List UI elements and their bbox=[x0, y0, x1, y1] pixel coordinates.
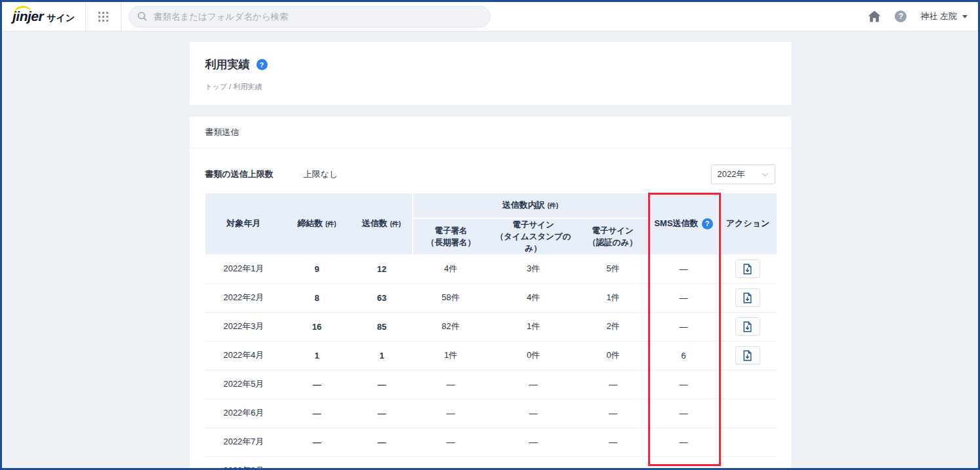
col-header-month: 対象年月 bbox=[205, 193, 283, 254]
year-select[interactable]: 2022年 bbox=[711, 165, 775, 184]
cell-concluded: — bbox=[283, 370, 352, 399]
download-button[interactable] bbox=[735, 288, 760, 307]
cell-month: 2022年6月 bbox=[205, 399, 283, 427]
main-content: 利用実績 ? トップ / 利用実績 書類送信 書類の送信上限数 上限なし 202… bbox=[2, 31, 978, 470]
cell-month: 2022年3月 bbox=[205, 312, 283, 341]
cell-sent: — bbox=[352, 370, 413, 399]
cell-sent: 12 bbox=[352, 254, 413, 283]
chevron-down-icon bbox=[962, 15, 968, 18]
table-row: 2022年5月 — — — — — — bbox=[205, 370, 777, 399]
logo-brand-text: jinjer bbox=[12, 9, 43, 24]
cell-esign-timestamp: 3件 bbox=[489, 254, 578, 283]
table-row: 2022年7月 — — — — — — bbox=[205, 427, 777, 456]
cell-action bbox=[719, 427, 777, 456]
cell-concluded: 8 bbox=[283, 283, 352, 312]
table-row: 2022年6月 — — — — — — bbox=[205, 399, 777, 427]
cell-sms: 6 bbox=[649, 341, 719, 370]
send-limit-row: 書類の送信上限数 上限なし 2022年 bbox=[205, 165, 775, 184]
topbar-divider bbox=[121, 2, 121, 31]
table-row: 2022年8月 — — — — — — bbox=[205, 456, 777, 470]
cell-esign-timestamp: 4件 bbox=[489, 283, 578, 312]
topbar-right: ? 神社 左院 bbox=[868, 10, 978, 22]
cell-esign-auth: 0件 bbox=[578, 341, 649, 370]
cell-esign-auth: 1件 bbox=[578, 283, 649, 312]
send-limit-value: 上限なし bbox=[304, 168, 338, 180]
cell-action bbox=[719, 312, 777, 341]
cell-concluded: — bbox=[283, 456, 352, 470]
col-header-esign-auth: 電子サイン（認証のみ） bbox=[578, 218, 649, 254]
download-button[interactable] bbox=[735, 346, 760, 364]
file-download-icon bbox=[742, 292, 753, 304]
help-icon[interactable]: ? bbox=[895, 10, 907, 22]
section-title: 書類送信 bbox=[190, 117, 791, 149]
table-row: 2022年2月 8 63 58件 4件 1件 — bbox=[205, 283, 777, 312]
grid-icon bbox=[98, 12, 108, 22]
cell-esign-long: — bbox=[413, 456, 489, 470]
search-icon bbox=[137, 11, 148, 22]
cell-concluded: — bbox=[283, 399, 352, 427]
cell-action bbox=[719, 341, 777, 370]
cell-sent: 1 bbox=[352, 341, 413, 370]
cell-concluded: 1 bbox=[283, 341, 352, 370]
cell-sms: — bbox=[649, 427, 719, 456]
cell-sent: 63 bbox=[352, 283, 413, 312]
cell-sms: — bbox=[649, 312, 719, 341]
cell-month: 2022年2月 bbox=[205, 283, 283, 312]
file-download-icon bbox=[742, 264, 753, 275]
cell-sent: — bbox=[352, 456, 413, 470]
cell-month: 2022年1月 bbox=[205, 254, 283, 283]
cell-esign-auth: — bbox=[578, 456, 649, 470]
search-bar[interactable] bbox=[129, 6, 491, 28]
app-launcher-button[interactable] bbox=[86, 2, 121, 31]
page-title: 利用実績 bbox=[205, 57, 250, 72]
cell-esign-long: 4件 bbox=[413, 254, 489, 283]
col-header-esign-timestamp: 電子サイン（タイムスタンプのみ） bbox=[489, 218, 578, 254]
cell-sms: — bbox=[649, 456, 719, 470]
page-header-card: 利用実績 ? トップ / 利用実績 bbox=[190, 42, 791, 105]
cell-esign-auth: — bbox=[578, 370, 649, 399]
table-row: 2022年1月 9 12 4件 3件 5件 — bbox=[205, 254, 777, 283]
cell-sms: — bbox=[649, 399, 719, 427]
cell-sms: — bbox=[649, 283, 719, 312]
file-download-icon bbox=[742, 321, 753, 332]
usage-table-wrap: 対象年月 締結数 (件) 送信数 (件) 送信数内訳 (件) bbox=[205, 193, 775, 470]
cell-esign-long: — bbox=[413, 399, 489, 427]
col-header-action: アクション bbox=[719, 193, 777, 254]
sms-help-icon[interactable]: ? bbox=[702, 218, 713, 229]
download-button[interactable] bbox=[735, 317, 760, 336]
cell-month: 2022年8月 bbox=[205, 456, 283, 470]
cell-esign-long: — bbox=[413, 370, 489, 399]
cell-concluded: 9 bbox=[283, 254, 352, 283]
cell-esign-timestamp: — bbox=[489, 456, 578, 470]
cell-sms: — bbox=[649, 254, 719, 283]
cell-month: 2022年7月 bbox=[205, 427, 283, 456]
cell-month: 2022年5月 bbox=[205, 370, 283, 399]
cell-sms: — bbox=[649, 370, 719, 399]
search-input[interactable] bbox=[153, 12, 482, 22]
col-header-concluded: 締結数 (件) bbox=[283, 193, 352, 254]
download-button[interactable] bbox=[735, 260, 760, 278]
cell-concluded: — bbox=[283, 427, 352, 456]
cell-action bbox=[719, 456, 777, 470]
breadcrumb[interactable]: トップ / 利用実績 bbox=[205, 82, 775, 92]
year-select-value: 2022年 bbox=[718, 168, 745, 180]
topbar: jinjer サイン bbox=[2, 2, 978, 31]
home-icon[interactable] bbox=[868, 10, 881, 22]
cell-concluded: 16 bbox=[283, 312, 352, 341]
table-body: 2022年1月 9 12 4件 3件 5件 — 2022年2月 8 63 58件… bbox=[205, 254, 777, 470]
cell-esign-timestamp: — bbox=[489, 427, 578, 456]
cell-esign-timestamp: 0件 bbox=[489, 341, 578, 370]
cell-action bbox=[719, 254, 777, 283]
cell-action bbox=[719, 370, 777, 399]
app-logo[interactable]: jinjer サイン bbox=[2, 9, 85, 24]
usage-table: 対象年月 締結数 (件) 送信数 (件) 送信数内訳 (件) bbox=[205, 193, 777, 470]
page-title-help-icon[interactable]: ? bbox=[256, 59, 268, 70]
cell-esign-long: 58件 bbox=[413, 283, 489, 312]
cell-sent: 85 bbox=[352, 312, 413, 341]
col-header-sent: 送信数 (件) bbox=[352, 193, 413, 254]
user-menu[interactable]: 神社 左院 bbox=[920, 10, 968, 22]
cell-esign-auth: — bbox=[578, 399, 649, 427]
chevron-down-icon bbox=[762, 172, 769, 177]
col-header-breakdown-group: 送信数内訳 (件) bbox=[413, 193, 649, 218]
cell-action bbox=[719, 399, 777, 427]
